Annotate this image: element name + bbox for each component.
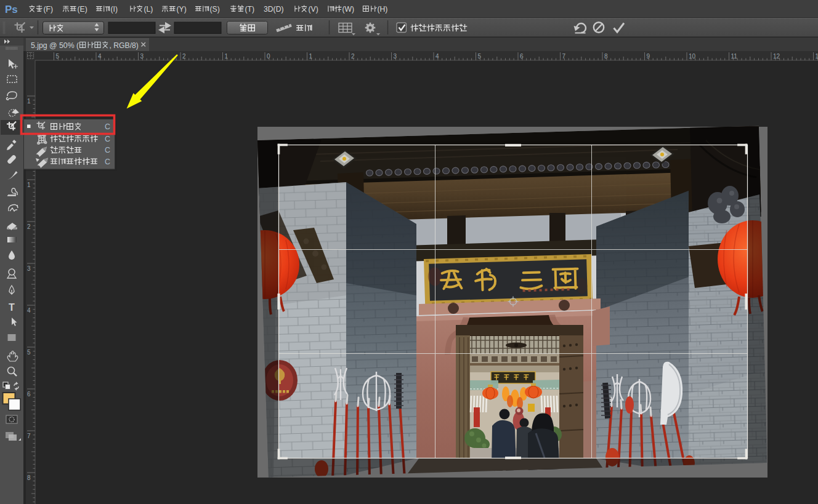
svg-text:6: 6 [27, 391, 31, 398]
svg-text:Ps: Ps [5, 4, 18, 15]
svg-text:8: 8 [27, 474, 31, 481]
svg-text:6: 6 [520, 53, 524, 60]
svg-text:1: 1 [27, 98, 31, 105]
svg-text:3: 3 [27, 265, 31, 272]
svg-text:(F): (F) [44, 5, 54, 14]
svg-text:8: 8 [604, 53, 608, 60]
svg-text:(H): (H) [378, 5, 388, 14]
svg-text:3: 3 [394, 53, 397, 60]
svg-text:(L): (L) [144, 5, 153, 14]
svg-text:11: 11 [731, 53, 738, 60]
svg-text:4: 4 [435, 53, 439, 60]
svg-text:1: 1 [309, 53, 313, 60]
svg-text:5: 5 [478, 53, 482, 60]
svg-text:7: 7 [27, 433, 31, 439]
svg-text:C: C [105, 146, 110, 154]
svg-text:(T): (T) [245, 5, 255, 14]
svg-text:5.jpg @ 50% (: 5.jpg @ 50% ( [31, 41, 79, 50]
svg-text:3D(D): 3D(D) [264, 5, 284, 14]
svg-text:4: 4 [98, 53, 102, 60]
svg-text:(V): (V) [309, 5, 318, 14]
svg-text:C: C [105, 122, 110, 131]
svg-text:2: 2 [182, 53, 186, 60]
svg-text:0: 0 [267, 53, 270, 60]
svg-text:2: 2 [351, 53, 355, 60]
svg-text:(I): (I) [111, 5, 118, 14]
svg-text:(Y): (Y) [177, 5, 187, 14]
svg-text:, RGB/8): , RGB/8) [110, 41, 139, 50]
svg-text:7: 7 [562, 53, 566, 60]
svg-text:C: C [105, 158, 110, 166]
svg-text:10: 10 [689, 53, 696, 60]
svg-text:13: 13 [816, 53, 818, 60]
svg-text:(S): (S) [210, 5, 220, 14]
svg-text:T: T [9, 302, 15, 313]
svg-text:(W): (W) [342, 5, 355, 14]
svg-text:4: 4 [27, 307, 31, 314]
svg-text:9: 9 [647, 53, 650, 60]
svg-text:1: 1 [225, 53, 229, 60]
svg-text:5: 5 [56, 53, 60, 60]
svg-text:C: C [105, 135, 110, 143]
svg-text:5: 5 [27, 349, 31, 356]
svg-text:1: 1 [27, 182, 31, 188]
svg-text:12: 12 [773, 53, 780, 60]
svg-text:(E): (E) [78, 5, 87, 14]
svg-text:2: 2 [27, 223, 31, 230]
svg-text:3: 3 [140, 53, 144, 60]
